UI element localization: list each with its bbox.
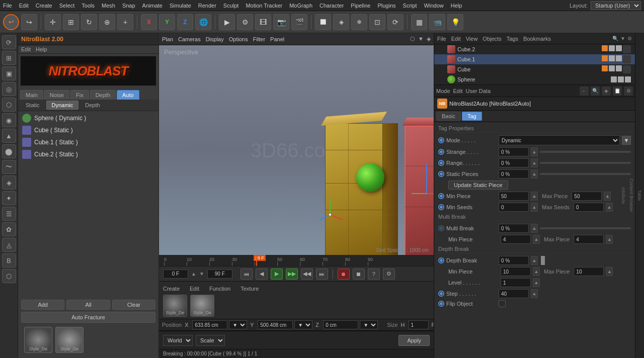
mat-tab-edit[interactable]: Edit [186,285,203,293]
rs-tab-table[interactable]: Table [636,189,643,202]
strange-slider[interactable] [540,151,631,153]
viewport-plan[interactable]: Plan [162,36,173,42]
camera-view[interactable]: 📹 [429,14,445,30]
level-input[interactable] [501,278,531,287]
mode-select[interactable]: Dynamic [499,135,620,145]
scale-tool[interactable]: ⊞ [63,14,79,30]
multi-break-slider[interactable] [540,227,631,229]
z-axis-btn[interactable]: Z [177,14,193,30]
menu-sculpt[interactable]: Sculpt [223,3,239,9]
ob-dot-10[interactable] [611,76,617,82]
depth-break-up[interactable]: ▲ [531,256,538,265]
menu-simulate[interactable]: Simulate [170,3,191,9]
object-item-cube1[interactable]: Cube.1 ( Static ) [19,136,157,148]
extra-tools[interactable]: ⟳ [387,14,404,30]
tool-select-live[interactable]: ◎ [2,82,16,96]
object-item-cube[interactable]: Cube ( Static ) [19,124,157,136]
ob-filter-icon[interactable]: ▼ [620,36,625,41]
playhead[interactable] [256,255,257,266]
light-view[interactable]: 💡 [447,14,463,30]
subtab-dynamic[interactable]: Dynamic [46,101,79,110]
mode-icon-4[interactable]: 📋 [613,86,622,96]
menu-snap[interactable]: Snap [122,3,135,9]
timeline-ruler[interactable]: 0 10 20 30 40 50 60 70 80 90 29 F [159,255,434,266]
ob-props-btn[interactable] [623,45,631,53]
tool-camera[interactable]: ⊞ [2,51,16,65]
menu-plugins[interactable]: Plugins [377,3,395,9]
mode-item-edit[interactable]: Edit [453,88,463,94]
tool-misc[interactable]: B [2,253,16,267]
range-radio[interactable] [438,160,444,166]
current-frame-input[interactable] [163,270,188,279]
ob-item-sphere[interactable]: Sphere [434,74,635,84]
mb-max-up[interactable]: ▲ [606,235,613,244]
min-piece-input[interactable] [499,192,529,201]
step-radio[interactable] [438,291,444,297]
pos-y-input[interactable] [258,320,293,329]
ob-dot-8[interactable] [609,65,615,71]
tab-auto[interactable]: Auto [117,90,139,100]
mode-item-userdata[interactable]: User Data [466,88,491,94]
view-front[interactable]: ⬜ [315,14,331,30]
ob-menu-file[interactable]: File [437,36,446,42]
menu-select[interactable]: Select [59,3,75,9]
plugin-menu-help[interactable]: Help [36,46,47,52]
viewport-icon-3[interactable]: ◈ [427,36,431,42]
render-to-picture[interactable]: 🎞 [255,14,271,30]
tab-depth[interactable]: Depth [90,90,116,100]
flip-object-radio[interactable] [438,301,444,307]
menu-mesh[interactable]: Mesh [102,3,115,9]
mb-min-piece-input[interactable] [501,235,531,244]
mat-tab-create[interactable]: Create [159,285,184,293]
mb-max-piece-input[interactable] [574,235,604,244]
ob-dot-11[interactable] [618,76,624,82]
move-tool[interactable]: ✛ [45,14,61,30]
subtab-depth[interactable]: Depth [79,101,105,110]
range-value-input[interactable] [499,158,529,167]
pos-y-unit[interactable]: ▼ [294,320,312,329]
update-static-button[interactable]: Update Static Piece [448,181,508,190]
object-item-cube2[interactable]: Cube.2 ( Static ) [19,148,157,160]
grid-view[interactable]: ▦ [411,14,427,30]
static-pieces-input[interactable] [499,169,529,178]
menu-animate[interactable]: Animate [142,3,163,9]
strange-up-btn[interactable]: ▲ [531,147,538,156]
mat-tab-function[interactable]: Function [205,285,234,293]
pos-x-unit[interactable]: ▼ [229,320,247,329]
multi-break-input[interactable] [499,224,529,233]
viewport-canvas[interactable]: Perspective 3D66.com [159,45,434,255]
menu-edit[interactable]: Edit [19,3,29,9]
multi-break-radio[interactable] [438,225,444,231]
tool-select-rect[interactable]: ▣ [2,66,16,80]
play-button[interactable]: ▶ [271,268,283,280]
menu-file[interactable]: File [3,3,12,9]
help-button[interactable]: ? [368,268,380,280]
menu-create[interactable]: Create [36,3,52,9]
db-max-piece-input[interactable] [574,267,604,276]
undo-button[interactable]: ↩ [3,14,19,30]
rotate-tool[interactable]: ↻ [81,14,97,30]
tool-pose[interactable]: ☰ [2,207,16,221]
prev-frame-button[interactable]: ◀ [256,268,268,280]
mb-min-up[interactable]: ▲ [533,235,540,244]
go-end-button[interactable]: ⏭ [316,268,328,280]
pos-z-input[interactable] [323,320,358,329]
props-tab-basic[interactable]: Basic [436,112,461,121]
record-button[interactable]: ⏺ [338,268,350,280]
mode-radio[interactable] [438,137,444,143]
static-pieces-up-btn[interactable]: ▲ [531,169,538,178]
ob-dot-2[interactable] [609,45,615,51]
tool-particles[interactable]: ✿ [2,222,16,236]
tool-spline[interactable]: 〜 [2,160,16,174]
x-axis-btn[interactable]: X [141,14,157,30]
menu-motion-tracker[interactable]: Motion Tracker [246,3,282,9]
menu-window[interactable]: Window [424,3,444,9]
ob-item-cube[interactable]: Cube [434,64,635,74]
min-piece-up[interactable]: ▲ [531,192,538,201]
tab-main[interactable]: Main [20,90,43,100]
strange-value-input[interactable] [499,147,529,156]
menu-help[interactable]: Help [451,3,462,9]
ob-search-icon[interactable]: 🔍 [612,36,618,41]
ob-dot-12[interactable] [625,76,631,82]
ob-dot-4[interactable] [602,55,608,61]
